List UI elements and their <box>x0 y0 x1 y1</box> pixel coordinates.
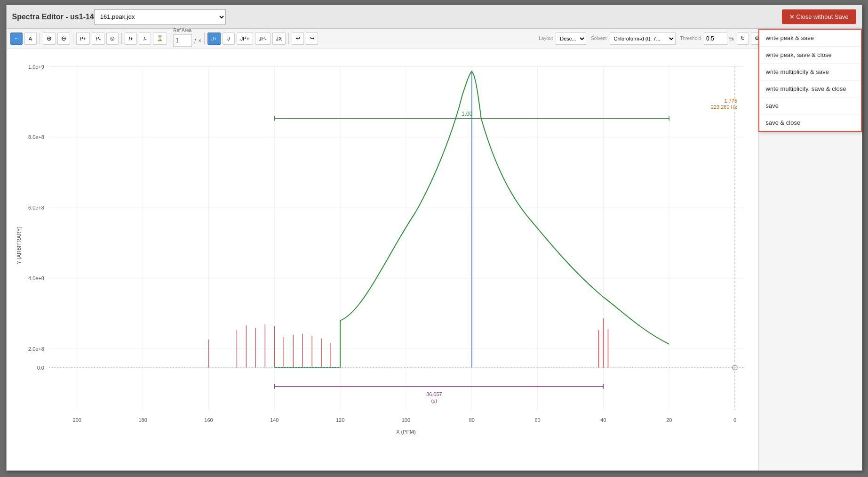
svg-text:6.0e+8: 6.0e+8 <box>28 205 44 210</box>
write-peak-save-close-item[interactable]: write peak, save & close <box>759 49 861 64</box>
title-bar: Spectra Editor - us1-14 161.peak.jdx ✕ C… <box>7 5 862 29</box>
svg-text:8.0e+8: 8.0e+8 <box>28 134 44 140</box>
svg-text:140: 140 <box>270 417 279 423</box>
j-btn[interactable]: J <box>223 32 235 45</box>
jp-plus-btn[interactable]: JP+ <box>237 32 253 45</box>
svg-text:200: 200 <box>72 417 81 423</box>
svg-text:(s): (s) <box>431 398 437 404</box>
undo-btn[interactable]: ↩ <box>292 32 304 45</box>
zoom-out-btn[interactable]: ⊖ <box>57 32 70 45</box>
refresh-btn[interactable]: ↻ <box>737 32 749 45</box>
chart-area[interactable]: 1.0e+9 8.0e+8 6.0e+8 4.0e+8 2.0e+8 0.0 Y… <box>7 49 758 470</box>
svg-text:223.260 Hz: 223.260 Hz <box>710 104 737 110</box>
svg-text:X (PPM): X (PPM) <box>396 429 415 435</box>
save-item[interactable]: save <box>759 97 861 114</box>
solvent-label: Solvent <box>591 36 606 41</box>
layout-label: Layout <box>539 36 553 41</box>
func-plus-btn[interactable]: f+ <box>125 32 137 45</box>
timer-btn[interactable]: ⌛ <box>153 32 167 45</box>
peak-target-btn[interactable]: ◎ <box>106 32 119 45</box>
svg-text:100: 100 <box>401 417 410 423</box>
sep6 <box>288 33 289 44</box>
solvent-select[interactable]: Chloroform-d (t): 7... <box>610 32 676 45</box>
chart-svg: 1.0e+9 8.0e+8 6.0e+8 4.0e+8 2.0e+8 0.0 Y… <box>11 53 754 466</box>
text-btn[interactable]: A <box>24 32 37 45</box>
svg-text:1.00: 1.00 <box>462 111 473 117</box>
sep4 <box>170 33 170 44</box>
sep3 <box>121 33 122 44</box>
sep1 <box>40 33 40 44</box>
redo-btn[interactable]: ↪ <box>306 32 318 45</box>
svg-text:0: 0 <box>733 417 736 423</box>
sep5 <box>204 33 205 44</box>
file-selector: 161.peak.jdx <box>94 9 226 24</box>
svg-text:1.0e+9: 1.0e+9 <box>28 64 44 70</box>
side-panel: Info Multiplicity ⓘ 36.057 (ppm) s J = -… <box>758 49 862 470</box>
svg-text:160: 160 <box>204 417 213 423</box>
svg-text:80: 80 <box>469 417 474 423</box>
wave-btn[interactable]: ~ <box>10 32 23 45</box>
peak-minus-btn[interactable]: P- <box>92 32 104 45</box>
ref-area-label: Ref Area <box>173 28 191 33</box>
file-select[interactable]: 161.peak.jdx <box>94 9 226 24</box>
jp-minus-btn[interactable]: JP- <box>255 32 271 45</box>
func-minus-btn[interactable]: f- <box>139 32 151 45</box>
svg-text:180: 180 <box>138 417 147 423</box>
func-x-label: ƒ × <box>194 38 201 43</box>
close-without-save-button[interactable]: ✕ Close without Save <box>782 9 856 24</box>
main-content: 1.0e+9 8.0e+8 6.0e+8 4.0e+8 2.0e+8 0.0 Y… <box>7 49 862 470</box>
svg-text:40: 40 <box>600 417 606 423</box>
app-title: Spectra Editor - us1-14 <box>12 13 94 21</box>
svg-text:120: 120 <box>335 417 344 423</box>
threshold-unit: % <box>729 36 734 41</box>
threshold-label: Threshold <box>680 36 701 41</box>
j-plus-btn[interactable]: J+ <box>207 32 221 45</box>
svg-text:20: 20 <box>666 417 672 423</box>
svg-text:60: 60 <box>534 417 540 423</box>
write-multiplicity-save-close-item[interactable]: write multiplicity, save & close <box>759 81 861 97</box>
jx-btn[interactable]: JX <box>272 32 286 45</box>
zoom-in-btn[interactable]: ⊕ <box>43 32 56 45</box>
svg-text:2.0e+8: 2.0e+8 <box>28 346 44 352</box>
ref-area-input[interactable] <box>173 34 192 47</box>
svg-text:0.0: 0.0 <box>37 365 44 371</box>
peak-plus-btn[interactable]: P+ <box>76 32 90 45</box>
svg-text:1.775: 1.775 <box>724 98 737 104</box>
ref-area-group: Ref Area ƒ × <box>173 34 201 47</box>
write-multiplicity-save-item[interactable]: write multiplicity & save <box>759 64 861 81</box>
save-close-item[interactable]: save & close <box>759 114 861 131</box>
svg-text:4.0e+8: 4.0e+8 <box>28 275 44 281</box>
toolbar: ~ A ⊕ ⊖ P+ P- ◎ f+ f- ⌛ Ref Area ƒ × J+ … <box>7 29 862 49</box>
save-dropdown: write peak & save write peak, save & clo… <box>758 49 862 132</box>
threshold-input[interactable] <box>704 32 727 45</box>
svg-text:36.057: 36.057 <box>426 391 442 397</box>
svg-text:Y (ARBITRARY): Y (ARBITRARY) <box>16 226 21 264</box>
layout-select[interactable]: Desc... <box>556 32 586 45</box>
sep2 <box>73 33 73 44</box>
